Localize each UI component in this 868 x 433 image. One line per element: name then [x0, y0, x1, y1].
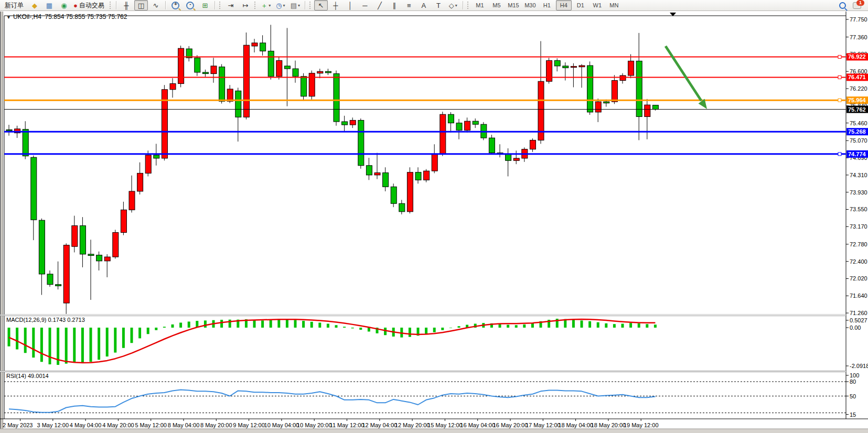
candle-body	[604, 102, 609, 103]
macd-tick-label: 0.00	[850, 324, 861, 331]
timeframe-button-m1[interactable]: M1	[472, 0, 488, 10]
toolbar-grip	[254, 2, 257, 9]
cursor-icon[interactable]: ↖	[314, 0, 328, 10]
timeframe-button-m5[interactable]: M5	[489, 0, 505, 10]
macd-name: MACD(12,26,9)	[6, 317, 46, 323]
notifications-icon[interactable]: 1	[850, 0, 864, 10]
rsi-indicator-label: RSI(14) 49.0014	[6, 373, 49, 379]
candle-body	[276, 61, 282, 77]
rsi-current-value: 49.0014	[28, 373, 49, 379]
price-badge-label: 76.471	[848, 74, 866, 80]
collapse-triangle-icon[interactable]: ▼	[6, 15, 11, 20]
auto-trading-button[interactable]: ●自动交易	[72, 0, 108, 10]
price-tick-label: 75.070	[850, 137, 867, 144]
vertical-line-icon[interactable]: │	[344, 0, 357, 10]
price-axis[interactable]: 77.75077.36076.98076.60076.22075.84075.4…	[846, 12, 868, 433]
time-tick-label: 9 May 12:00	[233, 422, 265, 428]
trendline-icon[interactable]: ╱	[373, 0, 387, 10]
fibonacci-icon[interactable]: ≡	[402, 0, 416, 10]
candle-body	[170, 84, 176, 90]
arrows-icon[interactable]: ◇▾	[446, 0, 460, 10]
candle-body	[415, 172, 421, 180]
horizontal-line-icon[interactable]: ─	[358, 0, 372, 10]
zoom-in-icon[interactable]: +	[169, 0, 183, 10]
price-tick-label: 77.360	[850, 34, 867, 40]
search-icon[interactable]	[835, 0, 849, 10]
hline-handle[interactable]	[838, 55, 841, 58]
candle-body	[145, 155, 151, 174]
navigator-icon[interactable]: ◉	[57, 0, 71, 10]
candle-body	[554, 61, 560, 66]
toolbar-separator	[116, 1, 117, 9]
candle-body	[628, 61, 634, 75]
candle-body	[63, 245, 69, 303]
toolbar-grip	[467, 2, 470, 9]
timeframe-button-m30[interactable]: M30	[522, 0, 538, 10]
candle-body	[104, 257, 110, 261]
candle-body	[513, 158, 519, 160]
price-tick-label: 75.460	[850, 120, 867, 126]
data-window-icon[interactable]: ▦	[42, 0, 56, 10]
periods-icon[interactable]: ◷▾	[274, 0, 287, 10]
candle-body	[195, 58, 200, 72]
time-tick-label: 10 May 04:00	[264, 422, 299, 428]
trading-terminal-window: 新订单◆▦◉●自动交易╫◫∿+-⊞⇥↦＋▾◷▾▤▾↖┼│─╱∥≡AT◇▾M1M5…	[0, 0, 868, 433]
price-tick-label: 72.400	[850, 258, 867, 265]
candlestick-chart-icon[interactable]: ◫	[134, 0, 148, 10]
new-order-button[interactable]: 新订单	[2, 0, 27, 10]
candle-body	[342, 122, 348, 125]
timeframe-button-mn[interactable]: MN	[606, 0, 622, 10]
price-badge-label: 75.268	[848, 128, 866, 135]
equidistant-channel-icon[interactable]: ∥	[388, 0, 401, 10]
candle-body	[530, 140, 535, 149]
candle-body	[121, 210, 126, 232]
text-icon[interactable]: A	[417, 0, 431, 10]
candle-body	[506, 154, 511, 160]
auto-scroll-icon[interactable]: ⇥	[224, 0, 238, 10]
candle-body	[652, 105, 658, 110]
candle-body	[399, 203, 405, 212]
price-tick-label: 73.170	[850, 223, 867, 230]
timeframe-button-h4[interactable]: H4	[556, 0, 572, 10]
macd-tick-label: 0.5027	[850, 317, 867, 323]
candle-body	[293, 69, 298, 77]
line-chart-icon[interactable]: ∿	[149, 0, 163, 10]
hline-handle[interactable]	[838, 153, 841, 156]
text-label-icon[interactable]: T	[432, 0, 445, 10]
candle-body	[235, 91, 241, 117]
tile-windows-icon[interactable]: ⊞	[198, 0, 212, 10]
templates-icon[interactable]: ▤▾	[288, 0, 302, 10]
indicators-icon[interactable]: ＋▾	[259, 0, 273, 10]
rsi-name: RSI(14)	[6, 373, 26, 379]
candle-body	[374, 173, 380, 175]
price-badge-label: 75.762	[848, 106, 866, 113]
candle-body	[612, 81, 617, 102]
candle-body	[391, 187, 397, 203]
candle-body	[6, 129, 12, 131]
crosshair-icon[interactable]: ┼	[329, 0, 342, 10]
macd-current-values: 0.1743 0.2713	[48, 317, 84, 323]
price-tick-label: 71.260	[850, 310, 867, 316]
candle-body	[284, 66, 290, 69]
timeframe-button-m15[interactable]: M15	[506, 0, 521, 10]
rsi-tick-label: 15	[850, 412, 856, 418]
time-tick-label: 8 May 20:00	[200, 422, 232, 428]
candle-body	[456, 123, 462, 131]
rsi-tick-label: 50	[850, 393, 856, 399]
zoom-out-icon[interactable]: -	[184, 0, 197, 10]
candle-body	[366, 166, 372, 175]
bar-chart-icon[interactable]: ╫	[120, 0, 133, 10]
chart-title: ▼UKOil-,H4 75.854 75.855 75.735 75.762	[6, 13, 127, 20]
candle-body	[23, 129, 28, 156]
timeframe-button-w1[interactable]: W1	[590, 0, 605, 10]
timeframe-button-h1[interactable]: H1	[539, 0, 555, 10]
market-watch-icon[interactable]: ◆	[28, 0, 41, 10]
candle-body	[571, 67, 576, 68]
candle-body	[309, 73, 315, 96]
chart-shift-icon[interactable]: ↦	[239, 0, 252, 10]
hline-handle[interactable]	[838, 75, 841, 79]
hline-handle[interactable]	[838, 99, 841, 102]
candle-body	[80, 226, 85, 254]
timeframe-button-d1[interactable]: D1	[573, 0, 588, 10]
price-tick-label: 77.750	[850, 16, 867, 23]
